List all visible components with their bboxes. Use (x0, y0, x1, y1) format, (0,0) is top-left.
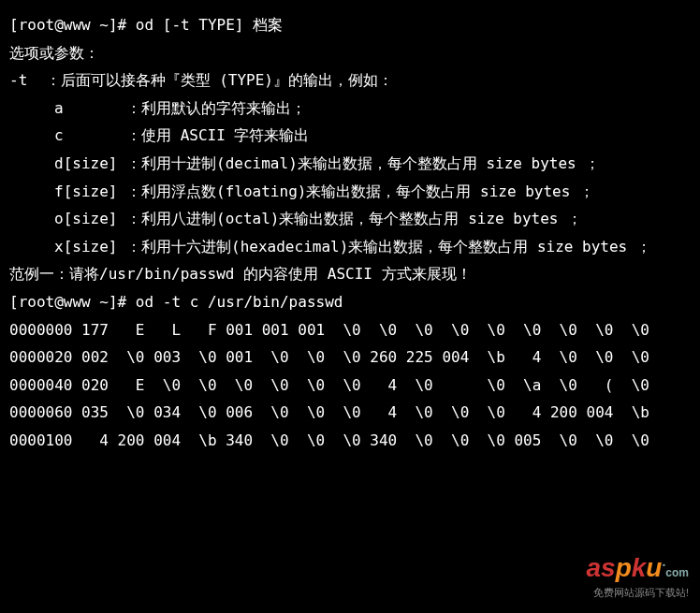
terminal-line-o-desc: o[size] ：利用八进制(octal)来输出数据，每个整数占用 size b… (9, 205, 691, 233)
terminal-line-output: 0000000 177 E L F 001 001 001 \0 \0 \0 \… (9, 316, 691, 344)
terminal-line-example-cmd: [root@www ~]# od -t c /usr/bin/passwd (9, 288, 691, 316)
watermark-letter: k (632, 553, 647, 582)
watermark-com: com (665, 566, 689, 579)
watermark-letter: s (601, 553, 616, 582)
terminal-line-f-desc: f[size] ：利用浮点数(floating)来输出数据，每个数占用 size… (9, 178, 691, 206)
watermark-letter: a (586, 553, 601, 582)
terminal-line-c-desc: c ：使用 ASCII 字符来输出 (9, 122, 691, 150)
terminal-line-t-desc: -t ：后面可以接各种『类型 (TYPE)』的输出，例如： (9, 66, 691, 95)
watermark-brand: aspku.com (586, 555, 689, 581)
terminal-line-output: 0000060 035 \0 034 \0 006 \0 \0 \0 4 \0 … (9, 399, 691, 427)
terminal-line-options-header: 选项或参数： (9, 39, 691, 67)
watermark: aspku.com 免费网站源码下载站! (586, 555, 689, 602)
terminal-line-example-title: 范例一：请将/usr/bin/passwd 的内容使用 ASCII 方式来展现！ (9, 260, 691, 288)
watermark-subtitle: 免费网站源码下载站! (586, 583, 689, 602)
terminal-line-output: 0000040 020 E \0 \0 \0 \0 \0 \0 4 \0 \0 … (9, 372, 691, 400)
terminal-line-d-desc: d[size] ：利用十进制(decimal)来输出数据，每个整数占用 size… (9, 150, 691, 178)
terminal-line-a-desc: a ：利用默认的字符来输出； (9, 95, 691, 123)
terminal-line-output: 0000100 4 200 004 \b 340 \0 \0 \0 340 \0… (9, 427, 691, 455)
watermark-letter: u (646, 553, 662, 582)
terminal-line-x-desc: x[size] ：利用十六进制(hexadecimal)来输出数据，每个整数占用… (9, 233, 691, 261)
terminal-line-output: 0000020 002 \0 003 \0 001 \0 \0 \0 260 2… (9, 343, 691, 372)
terminal-line-prompt: [root@www ~]# od [-t TYPE] 档案 (9, 11, 691, 39)
watermark-letter: p (616, 553, 632, 582)
